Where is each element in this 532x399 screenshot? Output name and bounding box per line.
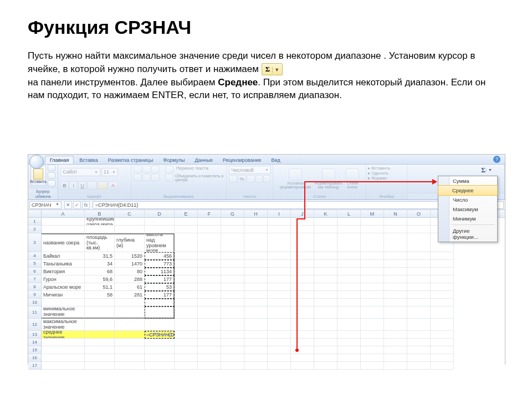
cell-K7[interactable] (314, 275, 337, 283)
cell-P6[interactable] (431, 268, 454, 275)
cell-N17[interactable] (384, 362, 407, 370)
cell-M12[interactable] (361, 319, 384, 331)
cell-N9[interactable] (384, 291, 407, 299)
cell-I2[interactable] (268, 226, 291, 233)
cell-F7[interactable] (198, 275, 221, 283)
cell-D16[interactable] (145, 354, 175, 362)
cell-L14[interactable] (337, 339, 361, 346)
col-header-D[interactable]: D (145, 210, 175, 217)
cell-B5[interactable]: 34 (85, 260, 115, 268)
cell-F10[interactable] (198, 299, 221, 306)
cell-F15[interactable] (198, 346, 221, 354)
cell-H15[interactable] (244, 346, 268, 354)
cell-J11[interactable] (291, 306, 314, 319)
cell-C14[interactable] (115, 339, 145, 346)
cell-B2[interactable] (85, 226, 115, 233)
cell-H8[interactable] (244, 283, 268, 291)
cell-E6[interactable] (175, 268, 198, 275)
cell-M13[interactable] (361, 331, 384, 339)
font-color-button[interactable]: A (108, 181, 118, 190)
cell-D8[interactable]: 53 (145, 283, 175, 291)
cell-N4[interactable] (384, 252, 407, 260)
cell-D10[interactable] (145, 299, 175, 306)
merge-button[interactable] (165, 174, 173, 181)
cell-N16[interactable] (384, 354, 407, 362)
cell-K4[interactable] (314, 252, 337, 260)
autosum-dropdown-icon[interactable]: ▼ (486, 168, 492, 172)
cell-M15[interactable] (361, 346, 384, 354)
tab-page-layout[interactable]: Разметка страницы (104, 156, 158, 164)
cell-P9[interactable] (431, 291, 454, 299)
dec-decimal[interactable] (263, 175, 270, 183)
cell-I8[interactable] (268, 283, 291, 291)
col-header-N[interactable]: N (384, 210, 407, 217)
cell-M8[interactable] (361, 283, 384, 291)
cell-C15[interactable] (115, 346, 145, 354)
cell-E12[interactable] (175, 319, 198, 331)
office-button[interactable] (29, 155, 44, 169)
cell-B3[interactable]: площадь (тыс. кв.км) (85, 233, 115, 252)
cell-M9[interactable] (361, 291, 384, 299)
cell-D2[interactable] (145, 226, 175, 233)
cell-L3[interactable] (337, 233, 361, 252)
cell-F13[interactable] (198, 331, 221, 339)
cell-I14[interactable] (268, 339, 291, 346)
cell-O10[interactable] (407, 299, 431, 306)
cell-I16[interactable] (268, 354, 291, 362)
col-header-E[interactable]: E (175, 210, 198, 217)
cell-P16[interactable] (431, 354, 454, 362)
row-header-16[interactable]: 16 (28, 354, 42, 362)
fill-color-button[interactable] (98, 181, 108, 190)
cell-N10[interactable] (384, 299, 407, 306)
cell-I17[interactable] (268, 362, 291, 370)
cell-C9[interactable]: 281 (115, 291, 145, 299)
cell-A8[interactable]: Аральское море (42, 283, 85, 291)
row-header-2[interactable]: 2 (28, 226, 42, 233)
cell-C7[interactable]: 288 (115, 275, 145, 283)
cell-P10[interactable] (431, 299, 454, 306)
cell-J2[interactable] (291, 226, 314, 233)
cell-F16[interactable] (198, 354, 221, 362)
cell-C6[interactable]: 80 (115, 268, 145, 275)
cell-K17[interactable] (314, 362, 337, 370)
cell-K5[interactable] (314, 260, 337, 268)
row-header-9[interactable]: 9 (28, 291, 42, 299)
cell-J14[interactable] (291, 339, 314, 346)
cell-G8[interactable] (221, 283, 244, 291)
cell-M5[interactable] (361, 260, 384, 268)
cell-A6[interactable]: Виктория (42, 268, 85, 275)
cell-I9[interactable] (268, 291, 291, 299)
border-button[interactable] (87, 181, 97, 190)
format-painter-button[interactable] (48, 180, 55, 187)
cell-B10[interactable] (85, 299, 115, 306)
align-right[interactable] (151, 174, 160, 181)
cell-O11[interactable] (407, 306, 431, 319)
cell-O17[interactable] (407, 362, 431, 370)
cell-G7[interactable] (221, 275, 244, 283)
cell-E10[interactable] (175, 299, 198, 306)
cell-L4[interactable] (337, 252, 361, 260)
row-header-8[interactable]: 8 (28, 283, 42, 291)
cell-A2[interactable] (42, 226, 85, 233)
cell-A14[interactable] (42, 339, 85, 346)
cell-J9[interactable] (291, 291, 314, 299)
cell-N13[interactable] (384, 331, 407, 339)
cell-K12[interactable] (314, 319, 337, 331)
cell-D7[interactable]: 177 (145, 275, 175, 283)
cell-G17[interactable] (221, 362, 244, 370)
cell-H16[interactable] (244, 354, 268, 362)
cell-K14[interactable] (314, 339, 337, 346)
cell-L17[interactable] (337, 362, 361, 370)
row-header-14[interactable]: 14 (28, 339, 42, 346)
cell-I6[interactable] (268, 268, 291, 275)
cell-H6[interactable] (244, 268, 268, 275)
row-header-10[interactable]: 10 (28, 299, 42, 306)
row-header-7[interactable]: 7 (28, 275, 42, 283)
cell-G6[interactable] (221, 268, 244, 275)
menu-item-average[interactable]: Среднее (438, 185, 498, 196)
cell-B8[interactable]: 51,1 (85, 283, 115, 291)
cell-G16[interactable] (221, 354, 244, 362)
cell-D9[interactable]: 177 (145, 291, 175, 299)
cell-J15[interactable] (291, 346, 314, 354)
cell-B17[interactable] (85, 362, 115, 370)
